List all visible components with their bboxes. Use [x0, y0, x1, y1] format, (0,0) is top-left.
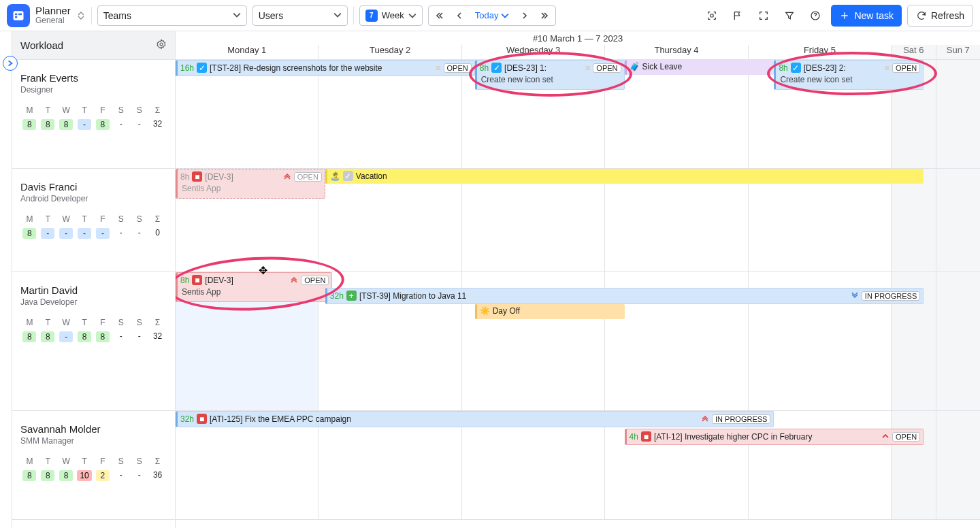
calendar-row: 8h ■ [DEV-3] OPEN Sentis App 32h + [T: [176, 272, 980, 411]
workload-day-header: S: [130, 457, 148, 466]
task-card[interactable]: 32h + [TST-39] Migration to Java 11 IN P…: [325, 288, 924, 304]
task-card[interactable]: 8h ✓ [DES-23] 2: = OPEN Create new icon …: [774, 60, 924, 90]
workload-day-header: W: [57, 457, 76, 466]
view-selector[interactable]: 7 Week: [359, 5, 423, 26]
nav-first-button[interactable]: [429, 6, 449, 25]
workload-value: -: [57, 228, 76, 239]
app-switcher[interactable]: [76, 12, 86, 20]
workload-day-header: F: [94, 457, 112, 466]
workload-value: -: [112, 228, 130, 239]
today-button[interactable]: Today: [470, 6, 515, 25]
teams-select-label: Teams: [103, 10, 131, 21]
task-card[interactable]: ☀️ Day Off: [475, 304, 625, 319]
workload-value: 8: [57, 470, 76, 481]
task-card[interactable]: 8h ■ [DEV-3] OPEN Sentis App: [176, 169, 325, 199]
person-block: Frank EvertsDesignerMTWTFSSΣ888-8--32: [12, 60, 175, 169]
workload-value: -: [94, 228, 112, 239]
task-hours: 32h: [180, 414, 194, 424]
priority-high-icon: [881, 431, 889, 442]
workload-day-header: T: [76, 318, 94, 327]
task-subtitle: Create new icon set: [477, 75, 624, 87]
task-card[interactable]: 4h ■ [ATI-12] Investigate higher CPC in …: [625, 429, 924, 445]
nav-prev-button[interactable]: [449, 6, 470, 25]
person-block: Davis FranciAndroid DeveloperMTWTFSSΣ8--…: [12, 169, 175, 272]
checkbox-icon: +: [346, 291, 357, 301]
app-sub: General: [35, 16, 71, 25]
workload-value: 8: [20, 470, 39, 481]
workload-value: -: [112, 331, 130, 342]
task-title: Vacation: [356, 171, 921, 181]
workload-day-header: T: [76, 214, 94, 224]
person-name: Martin David: [20, 284, 167, 296]
app-title: Planner General: [35, 5, 71, 26]
person-role: SMM Manager: [20, 436, 167, 446]
workload-day-header: T: [39, 214, 57, 224]
workload-day-header: S: [130, 105, 148, 115]
task-card-dragging[interactable]: 8h ■ [DEV-3] OPEN Sentis App: [176, 272, 332, 302]
new-task-button[interactable]: New task: [831, 5, 902, 27]
teams-select[interactable]: Teams: [97, 5, 247, 26]
today-label: Today: [475, 10, 499, 20]
divider: [91, 7, 92, 24]
nav-last-button[interactable]: [535, 6, 555, 25]
task-card[interactable]: 8h ✓ [DES-23] 1: = OPEN Create new icon …: [475, 60, 625, 90]
fullscreen-icon-button[interactable]: [753, 5, 774, 26]
app-icon: [7, 4, 30, 27]
workload-day-header: W: [57, 318, 76, 327]
priority-icon: =: [436, 63, 441, 73]
task-card[interactable]: 32h ■ [ATI-125] Fix the EMEA PPC campaig…: [176, 411, 774, 427]
workload-value: -: [130, 470, 148, 481]
person-name: Savannah Molder: [20, 423, 167, 435]
workload-value: 0: [148, 228, 167, 239]
task-title: [ATI-12] Investigate higher CPC in Febru…: [654, 432, 879, 442]
workload-day-header: Σ: [148, 214, 167, 224]
refresh-button[interactable]: Refresh: [907, 5, 973, 27]
person-block: Savannah MolderSMM ManagerMTWTFSSΣ888102…: [12, 411, 175, 520]
help-icon-button[interactable]: [805, 5, 826, 26]
nav-next-button[interactable]: [514, 6, 535, 25]
sidebar-title: Workload: [20, 39, 63, 51]
status-badge: OPEN: [593, 63, 621, 73]
task-hours: 32h: [330, 291, 344, 301]
checkbox-icon: ■: [641, 431, 651, 442]
task-title: [DES-23] 2:: [804, 63, 882, 73]
task-subtitle: Sentis App: [178, 287, 331, 299]
plus-icon: [839, 10, 850, 21]
day-header: Sun 7: [936, 45, 980, 59]
scan-icon-button[interactable]: [702, 5, 722, 26]
workload-day-header: S: [130, 318, 148, 327]
status-badge: OPEN: [892, 432, 920, 442]
task-subtitle: Sentis App: [178, 184, 325, 196]
priority-icon: =: [585, 63, 590, 73]
task-hours: 8h: [779, 63, 787, 73]
task-hours: 16h: [180, 63, 194, 73]
workload-day-header: F: [94, 318, 112, 327]
sidebar-expand-button[interactable]: [3, 56, 18, 71]
person-name: Frank Everts: [20, 72, 167, 84]
workload-value: -: [57, 331, 76, 342]
status-badge: IN PROGRESS: [712, 414, 770, 424]
flag-icon-button[interactable]: [728, 5, 748, 26]
task-hours: 8h: [180, 172, 189, 182]
workload-day-header: T: [39, 457, 57, 466]
task-title: Sick Leave: [642, 62, 772, 71]
filter-icon-button[interactable]: [779, 5, 800, 26]
workload-value: -: [130, 331, 148, 342]
users-select[interactable]: Users: [252, 5, 348, 26]
workload-value: -: [76, 228, 94, 239]
task-card[interactable]: 🧳 Sick Leave: [625, 60, 774, 75]
priority-highest-icon: [701, 414, 709, 424]
settings-button[interactable]: [156, 39, 167, 52]
calendar-row: 16h ✓ [TST-28] Re-design screenshots for…: [176, 60, 980, 169]
priority-highest-icon: [283, 171, 291, 182]
priority-icon: =: [885, 63, 889, 73]
svg-rect-0: [14, 11, 24, 20]
workload-value: 32: [148, 119, 167, 130]
workload-day-header: S: [130, 214, 148, 224]
sun-icon: ☀️: [480, 306, 490, 316]
chevron-down-icon: [233, 10, 241, 21]
svg-rect-2: [15, 16, 17, 18]
task-card[interactable]: 🏝️ ✓ Vacation: [325, 169, 924, 184]
task-card[interactable]: 16h ✓ [TST-28] Re-design screenshots for…: [176, 60, 475, 76]
status-badge: OPEN: [294, 172, 322, 182]
